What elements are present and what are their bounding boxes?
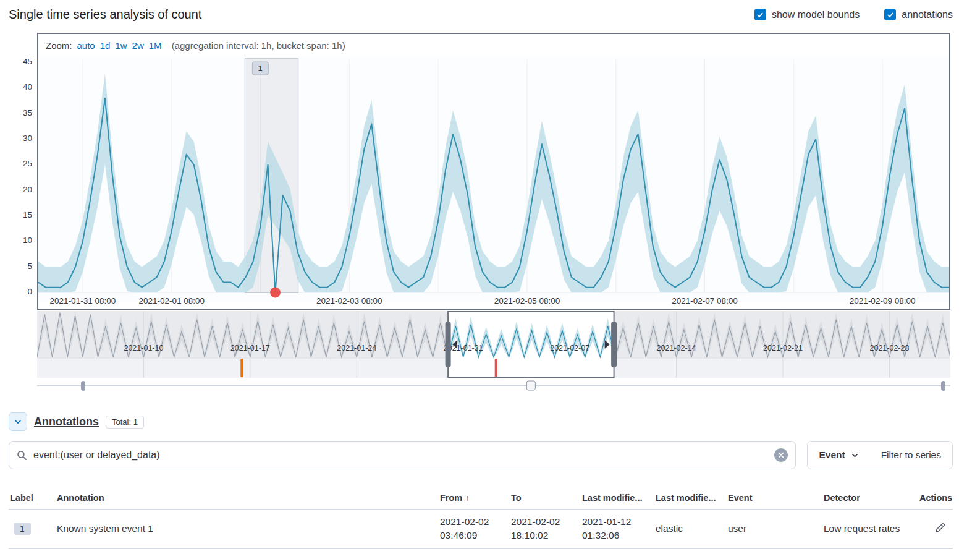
checkbox-checked-icon — [884, 9, 896, 20]
context-axis-label: 2021-02-28 — [869, 344, 909, 352]
y-axis-label: 45 — [23, 57, 32, 66]
y-axis-label: 25 — [23, 159, 32, 168]
event-filter-label: Event — [819, 450, 845, 461]
column-header-annotation[interactable]: Annotation — [56, 493, 439, 503]
context-axis-label: 2021-02-21 — [763, 344, 803, 352]
context-annotation-mark[interactable] — [495, 359, 497, 377]
y-axis-label: 20 — [23, 185, 32, 194]
clear-icon — [778, 452, 784, 458]
context-annotation-mark[interactable] — [240, 359, 243, 377]
checkbox-checked-icon — [754, 9, 766, 20]
annotations-table: Label Annotation From ↑ To Last modifie.… — [9, 488, 953, 549]
annotations-total-badge: Total: 1 — [106, 416, 144, 429]
event-filter-button[interactable]: Event — [808, 442, 869, 469]
filter-to-series-button[interactable]: Filter to series — [870, 442, 952, 469]
y-axis-label: 5 — [27, 262, 32, 271]
context-axis-label: 2021-01-24 — [337, 344, 376, 352]
zoom-links: auto1d1w2w1M — [77, 40, 167, 51]
zoom-label: Zoom: — [46, 40, 72, 51]
x-axis-label: 2021-02-09 08:00 — [850, 296, 916, 305]
actions-cell — [918, 521, 953, 536]
selection-handle-right[interactable] — [611, 322, 617, 367]
to-cell: 2021-02-02 18:10:02 — [510, 515, 581, 543]
column-header-last-modified-date[interactable]: Last modifie... — [581, 493, 654, 503]
x-axis-label: 2021-02-05 08:00 — [494, 296, 560, 305]
annotation-label-badge: 1 — [14, 523, 31, 535]
single-metric-viewer-page: Single time series analysis of count sho… — [0, 0, 980, 555]
zoom-link-1d[interactable]: 1d — [100, 40, 111, 51]
sort-asc-icon: ↑ — [465, 493, 470, 503]
context-chart[interactable]: 2021-01-102021-01-172021-01-242021-01-31… — [37, 311, 950, 394]
scrollbar-end-right[interactable] — [941, 381, 945, 391]
context-axis-label: 2021-01-10 — [124, 344, 163, 352]
y-axis-label: 30 — [23, 134, 32, 143]
show-model-bounds-label: show model bounds — [772, 9, 860, 20]
from-cell: 2021-02-02 03:46:09 — [439, 515, 510, 543]
zoom-link-2w[interactable]: 2w — [132, 40, 144, 51]
annotations-checkbox-label: annotations — [902, 9, 953, 20]
annotation-badge-label: 1 — [258, 64, 263, 73]
focus-chart-box: Zoom: auto1d1w2w1M (aggregation interval… — [37, 33, 950, 310]
column-header-detector[interactable]: Detector — [822, 493, 918, 503]
annotations-filter-buttons: Event Filter to series — [807, 441, 953, 469]
context-chart-wrap: 2021-01-102021-01-172021-01-242021-01-31… — [37, 311, 950, 394]
x-axis-label: 2021-02-03 08:00 — [316, 296, 382, 305]
annotations-section-header: Annotations Total: 1 — [9, 412, 953, 431]
annotations-table-header: Label Annotation From ↑ To Last modifie.… — [9, 488, 953, 510]
x-axis-label: 2021-02-07 08:00 — [672, 296, 738, 305]
annotations-checkbox[interactable]: annotations — [884, 9, 953, 20]
zoom-bar: Zoom: auto1d1w2w1M (aggregation interval… — [38, 34, 949, 56]
annotations-heading[interactable]: Annotations — [34, 416, 99, 429]
page-title: Single time series analysis of count — [9, 7, 201, 22]
chevron-down-icon — [851, 451, 859, 459]
clear-search-button[interactable] — [774, 448, 788, 462]
search-icon — [17, 450, 27, 461]
last-modified-by-cell: elastic — [654, 523, 727, 534]
column-header-event[interactable]: Event — [727, 493, 822, 503]
y-axis-label: 40 — [23, 82, 32, 92]
zoom-link-1M[interactable]: 1M — [149, 40, 162, 51]
zoom-link-auto[interactable]: auto — [77, 40, 95, 51]
x-axis-label: 2021-01-31 08:00 — [50, 296, 116, 305]
y-axis-label: 15 — [23, 210, 32, 220]
annotation-cell: Known system event 1 — [56, 523, 439, 534]
y-axis-label: 10 — [23, 236, 32, 245]
y-axis: 051015202530354045 — [9, 33, 37, 310]
zoom-link-1w[interactable]: 1w — [115, 40, 127, 51]
scrollbar-thumb[interactable] — [526, 381, 535, 390]
time-series-chart: 051015202530354045 Zoom: auto1d1w2w1M (a… — [9, 33, 953, 310]
y-axis-label: 0 — [27, 287, 32, 296]
context-axis-label: 2021-02-07 — [550, 344, 589, 352]
context-axis-label: 2021-02-14 — [657, 344, 696, 352]
anomaly-marker[interactable] — [270, 288, 281, 298]
annotations-collapse-button[interactable] — [9, 412, 27, 431]
x-axis-label: 2021-02-01 08:00 — [138, 296, 205, 305]
label-cell: 1 — [9, 523, 56, 535]
detector-cell: Low request rates — [822, 523, 918, 534]
chart-options: show model bounds annotations — [754, 9, 953, 20]
column-header-label[interactable]: Label — [9, 493, 56, 503]
focus-chart[interactable]: 12021-01-31 08:002021-02-01 08:002021-02… — [38, 56, 949, 309]
table-row: 1 Known system event 1 2021-02-02 03:46:… — [9, 510, 953, 549]
pencil-icon — [935, 523, 945, 533]
selection-handle-left[interactable] — [446, 322, 451, 367]
annotations-search-input[interactable] — [33, 450, 774, 461]
column-header-actions: Actions — [918, 493, 953, 503]
page-header: Single time series analysis of count sho… — [9, 7, 953, 22]
event-cell: user — [727, 523, 822, 534]
scrollbar-end-left[interactable] — [81, 381, 85, 391]
last-modified-date-cell: 2021-01-12 01:32:06 — [581, 515, 654, 543]
column-header-from[interactable]: From ↑ — [439, 493, 510, 503]
from-header-label: From — [440, 493, 462, 503]
y-axis-label: 35 — [23, 108, 32, 117]
show-model-bounds-checkbox[interactable]: show model bounds — [754, 9, 860, 20]
zoom-aggregation-note: (aggregation interval: 1h, bucket span: … — [172, 40, 345, 51]
context-axis-label: 2021-01-17 — [230, 344, 270, 352]
edit-annotation-button[interactable] — [934, 521, 947, 536]
column-header-to[interactable]: To — [510, 493, 581, 503]
chevron-down-icon — [14, 417, 22, 426]
column-header-last-modified-by[interactable]: Last modifie... — [654, 493, 727, 503]
annotations-filter-bar: Event Filter to series — [9, 441, 953, 469]
annotations-search[interactable] — [9, 441, 796, 469]
